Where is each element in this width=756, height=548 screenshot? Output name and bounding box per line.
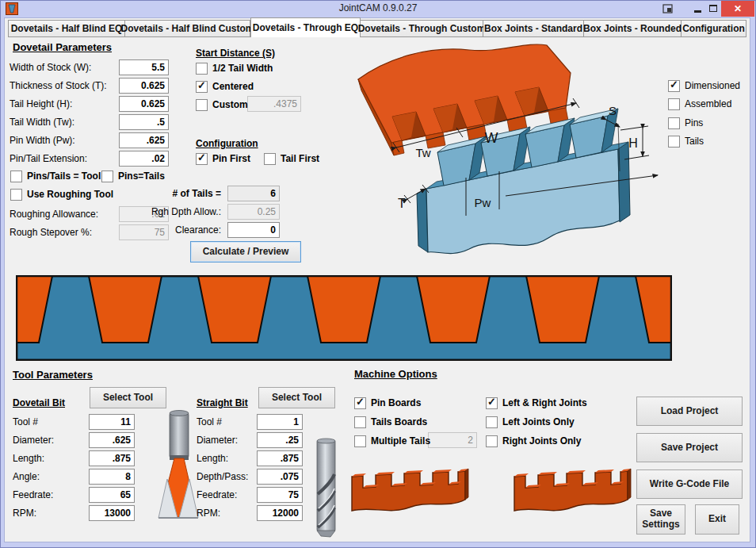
straight-depth-pass-input[interactable]: .075 — [257, 469, 303, 485]
write-gcode-button[interactable]: Write G-Code File — [636, 469, 743, 499]
custom-start-input: .4375 — [247, 96, 301, 112]
tail-width-label: Tail Width (Tw): — [10, 117, 74, 128]
save-project-button[interactable]: Save Project — [636, 433, 743, 462]
pins-checkbox[interactable] — [668, 117, 680, 129]
input-panel-icon[interactable] — [662, 3, 674, 14]
tab-box-joints-rounded[interactable]: Box Joints - Rounded — [584, 20, 682, 37]
dim-s-label: S — [609, 104, 617, 117]
titlebar: JointCAM 0.9.0.27 ✕ — [0, 0, 756, 17]
half-tail-width-checkbox[interactable] — [196, 63, 208, 75]
tails-boards-checkbox[interactable] — [354, 416, 366, 428]
dovetail-diameter-label: Diameter: — [13, 435, 54, 446]
dovetail-diameter-input[interactable]: .625 — [89, 432, 135, 448]
pin-width-input[interactable]: .625 — [119, 132, 169, 148]
pin-board-preview-right — [511, 463, 632, 519]
straight-feedrate-input[interactable]: 75 — [257, 487, 303, 503]
tool-row: Feedrate: 75 — [197, 487, 307, 503]
assembled-option: Assembled — [668, 98, 731, 110]
pin-width-label: Pin Width (Pw): — [10, 135, 75, 146]
pin-tail-extension-input[interactable]: .02 — [119, 151, 169, 167]
maximize-icon[interactable] — [709, 5, 717, 12]
left-joints-only-label: Left Joints Only — [502, 416, 575, 427]
tab-dovetails-half-blind-eq[interactable]: Dovetails - Half Blind EQ — [8, 20, 125, 37]
right-joints-only-checkbox[interactable] — [486, 435, 498, 447]
dovetail-rpm-label: RPM: — [13, 508, 36, 519]
left-joints-only-option: Left Joints Only — [486, 416, 575, 428]
select-dovetail-tool-button[interactable]: Select Tool — [90, 387, 166, 408]
exit-button[interactable]: Exit — [695, 504, 739, 535]
dovetail-length-input[interactable]: .875 — [89, 450, 135, 466]
straight-depth-pass-label: Depth/Pass: — [197, 471, 248, 482]
multiple-tails-checkbox[interactable] — [354, 435, 366, 447]
pin-boards-checkbox[interactable] — [354, 397, 366, 409]
pins-eq-tails-checkbox[interactable] — [101, 171, 113, 182]
param-row: Width of Stock (W): 5.5 — [10, 59, 176, 75]
straight-tool-number-input[interactable]: 1 — [257, 414, 303, 430]
centered-option: Centered — [196, 80, 254, 93]
dovetail-feedrate-label: Feedrate: — [13, 489, 53, 500]
tool-parameters-heading: Tool Parameters — [13, 369, 93, 381]
window-title: JointCAM 0.9.0.27 — [0, 2, 756, 13]
custom-checkbox[interactable] — [196, 99, 208, 111]
dovetail-feedrate-input[interactable]: 65 — [89, 487, 135, 503]
pin-board-preview-left — [349, 463, 469, 519]
dovetail-angle-input[interactable]: 8 — [89, 469, 135, 485]
save-settings-button[interactable]: Save Settings — [636, 504, 685, 535]
multiple-tails-option: Multiple Tails — [354, 435, 430, 447]
dim-w-label: W — [485, 130, 498, 146]
straight-rpm-input[interactable]: 12000 — [257, 505, 303, 521]
thickness-of-stock-input[interactable]: 0.625 — [119, 78, 169, 94]
straight-diameter-label: Diameter: — [197, 435, 238, 446]
pin-first-checkbox[interactable] — [196, 153, 208, 165]
left-joints-only-checkbox[interactable] — [486, 416, 498, 428]
straight-length-input[interactable]: .875 — [257, 450, 303, 466]
param-row: Pin Width (Pw): .625 — [10, 132, 176, 148]
tab-box-joints-standard[interactable]: Box Joints - Standard — [483, 20, 584, 37]
dimensioned-checkbox[interactable] — [668, 80, 680, 92]
select-straight-tool-button[interactable]: Select Tool — [258, 387, 335, 408]
custom-label: Custom — [212, 99, 248, 110]
left-right-joints-checkbox[interactable] — [486, 397, 498, 409]
num-tails-output: 6 — [227, 186, 280, 201]
width-of-stock-label: Width of Stock (W): — [10, 62, 91, 73]
param-row: Tail Height (H): 0.625 — [10, 96, 176, 112]
pins-label: Pins — [685, 117, 703, 128]
centered-checkbox[interactable] — [196, 81, 208, 93]
minimize-icon[interactable] — [694, 10, 701, 13]
width-of-stock-input[interactable]: 5.5 — [119, 59, 169, 75]
tab-configuration[interactable]: Configuration — [682, 20, 746, 37]
assembled-checkbox[interactable] — [668, 98, 680, 110]
configuration-heading: Configuration — [196, 138, 258, 149]
clearance-row: Clearance: 0 — [147, 222, 280, 238]
tail-width-input[interactable]: .5 — [119, 114, 169, 130]
pin-boards-label: Pin Boards — [371, 397, 421, 408]
tail-first-checkbox[interactable] — [264, 153, 276, 165]
tab-dovetails-through-eq[interactable]: Dovetails - Through EQ — [250, 17, 361, 37]
straight-diameter-input[interactable]: .25 — [257, 432, 303, 448]
pin-first-option: Pin First — [196, 152, 250, 165]
dovetail-tool-number-input[interactable]: 11 — [89, 414, 135, 430]
machine-options-heading: Machine Options — [354, 368, 437, 380]
straight-bit-image — [312, 438, 341, 538]
use-roughing-checkbox[interactable] — [10, 189, 22, 201]
dovetail-bit-heading: Dovetail Bit — [13, 397, 65, 408]
tails-checkbox[interactable] — [668, 136, 680, 148]
pins-tails-tool-label: Pins/Tails = Tool — [27, 171, 101, 182]
load-project-button[interactable]: Load Project — [636, 397, 743, 426]
param-row: Tail Width (Tw): .5 — [10, 114, 176, 130]
close-button[interactable]: ✕ — [721, 1, 754, 17]
centered-label: Centered — [212, 81, 254, 92]
clearance-input[interactable]: 0 — [227, 222, 280, 238]
tab-dovetails-half-blind-custom[interactable]: Dovetails - Half Blind Custom — [125, 20, 250, 37]
multiple-tails-label: Multiple Tails — [371, 435, 430, 446]
tail-height-input[interactable]: 0.625 — [119, 96, 169, 112]
calculate-preview-button[interactable]: Calculate / Preview — [190, 241, 301, 263]
rough-stepover-label: Rough Stepover %: — [10, 227, 92, 238]
use-roughing-label: Use Roughing Tool — [27, 189, 113, 200]
straight-rpm-label: RPM: — [197, 508, 220, 519]
pin-tail-extension-label: Pin/Tail Extension: — [10, 153, 87, 164]
pins-tails-tool-checkbox[interactable] — [10, 171, 22, 182]
start-distance-heading: Start Distance (S) — [196, 48, 275, 59]
dovetail-rpm-input[interactable]: 13000 — [89, 505, 135, 521]
tab-dovetails-through-custom[interactable]: Dovetails - Through Custom — [361, 20, 483, 37]
